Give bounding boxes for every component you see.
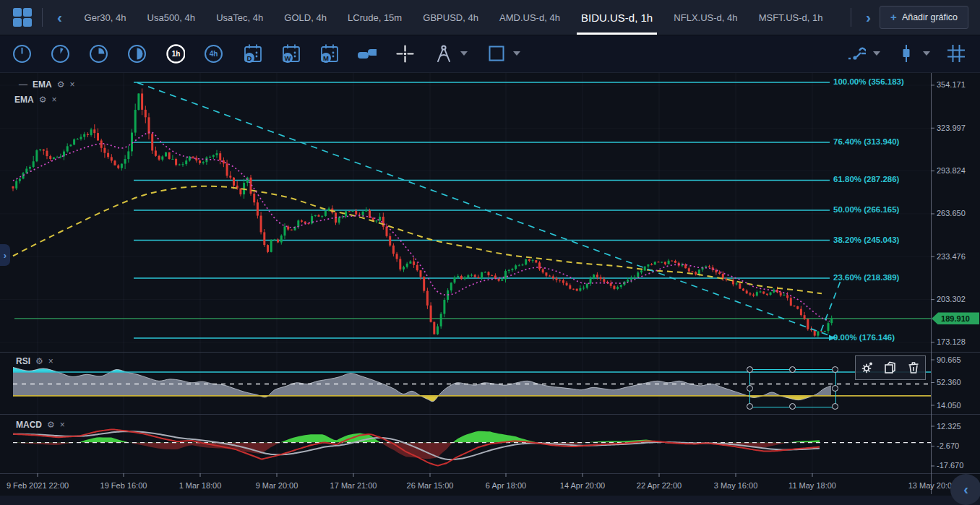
svg-text:W: W [285, 54, 291, 62]
selection-handle[interactable] [832, 385, 838, 392]
time-axis-label: 26 Mar 15:00 [407, 481, 454, 490]
interval-30min-icon[interactable] [127, 44, 147, 64]
time-axis-label: 9 Mar 20:00 [256, 481, 298, 490]
price-axis[interactable]: 354.171323.997293.824263.650233.476203.3… [931, 72, 980, 493]
close-icon[interactable]: × [48, 356, 53, 366]
tab-msft-us-d-1h[interactable]: MSFT.US-d, 1h [752, 0, 830, 35]
tab-bidu-us-d-1h[interactable]: BIDU.US-d, 1h [574, 0, 660, 35]
axis-value-label: -17.670 [937, 461, 963, 470]
gear-icon[interactable]: ⚙ [47, 420, 55, 430]
axis-value-label: 173.128 [937, 337, 966, 346]
drawing-compass-icon[interactable] [434, 44, 453, 64]
selection-handle[interactable] [747, 403, 753, 410]
tab-ger30-4h[interactable]: Ger30, 4h [77, 0, 134, 35]
axis-value-label: 90.665 [937, 355, 961, 364]
divider [42, 8, 43, 27]
selection-handle[interactable] [747, 385, 753, 392]
tab-gold-4h[interactable]: GOLD, 4h [277, 0, 334, 35]
tabs-scroll-right-icon[interactable]: › [861, 1, 875, 33]
grid-layout-icon[interactable] [946, 44, 966, 64]
left-panel-expand-icon[interactable]: › [0, 244, 10, 266]
gear-icon[interactable]: ⚙ [39, 95, 47, 105]
time-axis-label: 9 Feb 2021 22:00 [7, 481, 69, 490]
interval-day-icon[interactable]: D [242, 44, 262, 64]
tab-gbpusd-4h[interactable]: GBPUSD, 4h [416, 0, 486, 35]
close-icon[interactable]: × [69, 79, 74, 90]
crosshair-icon[interactable] [395, 44, 415, 64]
ema1-label: EMA [33, 79, 52, 90]
instrument-tabs: Ger30, 4hUsa500, 4hUsaTec, 4hGOLD, 4hLCr… [66, 0, 841, 35]
chart-type-candles-icon[interactable] [896, 44, 916, 64]
axis-value-label: 263.650 [937, 209, 966, 217]
gear-icon[interactable]: ⚙ [35, 356, 43, 366]
svg-text:M: M [323, 54, 329, 62]
collapse-icon[interactable]: — [19, 79, 27, 90]
tab-amd-us-d-4h[interactable]: AMD.US-d, 4h [492, 0, 567, 35]
bottom-strip [0, 496, 980, 505]
interval-1min-icon[interactable] [12, 44, 32, 64]
rsi-selection-box[interactable] [749, 369, 836, 407]
selection-handle[interactable] [832, 366, 838, 373]
interval-month-icon[interactable]: M [319, 44, 338, 64]
axis-value-label: 203.302 [937, 295, 966, 303]
selection-handle[interactable] [832, 403, 838, 410]
collapse-bottom-right-icon[interactable]: ‹ [950, 474, 980, 505]
gear-icon[interactable]: ⚙ [57, 79, 65, 90]
svg-text:4h: 4h [210, 50, 218, 58]
axis-value-label: 233.476 [937, 252, 966, 261]
chart-tabbar: ‹ Ger30, 4hUsa500, 4hUsaTec, 4hGOLD, 4hL… [0, 0, 980, 35]
indicators-icon[interactable] [846, 44, 866, 64]
ema2-label: EMA [14, 95, 34, 105]
time-axis-label: 19 Feb 16:00 [100, 481, 147, 490]
interval-5min-icon[interactable] [51, 44, 70, 64]
trading-app: ‹ Ger30, 4hUsa500, 4hUsaTec, 4hGOLD, 4hL… [0, 0, 980, 505]
selection-handle[interactable] [747, 366, 753, 373]
interval-1h-icon-active[interactable]: 1h [166, 44, 185, 64]
axis-value-label: 52.360 [937, 378, 961, 387]
time-axis-label: 6 Apr 18:00 [486, 481, 526, 490]
time-axis-label: 14 Apr 20:00 [560, 481, 605, 490]
svg-text:1h: 1h [172, 50, 181, 58]
rsi-label: RSI [16, 356, 30, 366]
chart-type-caret-icon[interactable] [923, 51, 930, 56]
indicator-legend-rsi: RSI ⚙ × [16, 356, 53, 366]
axis-value-label: 12.325 [937, 422, 961, 431]
time-axis-label: 1 Mar 18:00 [179, 481, 222, 490]
svg-text:D: D [247, 54, 252, 62]
range-bars-icon[interactable] [357, 44, 377, 64]
tab-usatec-4h[interactable]: UsaTec, 4h [209, 0, 270, 35]
selection-handle[interactable] [789, 366, 796, 373]
workspace-grid-icon[interactable] [13, 8, 32, 27]
interval-week-icon[interactable]: W [280, 44, 300, 64]
axis-value-label: 323.997 [937, 124, 966, 132]
plus-icon: + [890, 14, 897, 21]
axis-value-label: 293.824 [937, 166, 966, 175]
close-icon[interactable]: × [51, 95, 56, 105]
tab-lcrude-15m[interactable]: LCrude, 15m [340, 0, 409, 35]
add-chart-label: Añadir gráfico [902, 12, 958, 22]
tab-usa500-4h[interactable]: Usa500, 4h [140, 0, 203, 35]
toolbar-right-group [830, 44, 980, 64]
add-chart-button[interactable]: + Añadir gráfico [880, 6, 968, 29]
selection-handle[interactable] [789, 403, 796, 410]
interval-15min-icon[interactable] [89, 44, 108, 64]
time-axis-label: 17 Mar 21:00 [330, 481, 377, 490]
tabs-scroll-left-icon[interactable]: ‹ [53, 1, 66, 33]
rectangle-tool-icon[interactable] [486, 44, 506, 64]
close-icon[interactable]: × [60, 420, 65, 430]
axis-value-label: 14.050 [937, 401, 961, 410]
settings-icon[interactable] [859, 359, 876, 376]
chart-canvas[interactable] [0, 0, 980, 505]
clone-icon[interactable] [882, 359, 899, 376]
indicators-caret-icon[interactable] [873, 51, 880, 56]
time-axis-label: 3 May 16:00 [714, 481, 758, 490]
shape-tools-caret-icon[interactable] [513, 51, 520, 56]
delete-icon[interactable] [905, 359, 922, 376]
time-axis-label: 22 Apr 22:00 [637, 481, 682, 490]
time-axis[interactable]: 9 Feb 2021 22:0019 Feb 16:001 Mar 18:009… [0, 473, 931, 495]
divider [851, 8, 851, 27]
time-axis-label: 11 May 18:00 [788, 481, 836, 490]
tab-nflx-us-d-4h[interactable]: NFLX.US-d, 4h [666, 0, 744, 35]
drawing-tools-caret-icon[interactable] [460, 51, 468, 56]
interval-4h-icon[interactable]: 4h [204, 44, 223, 64]
